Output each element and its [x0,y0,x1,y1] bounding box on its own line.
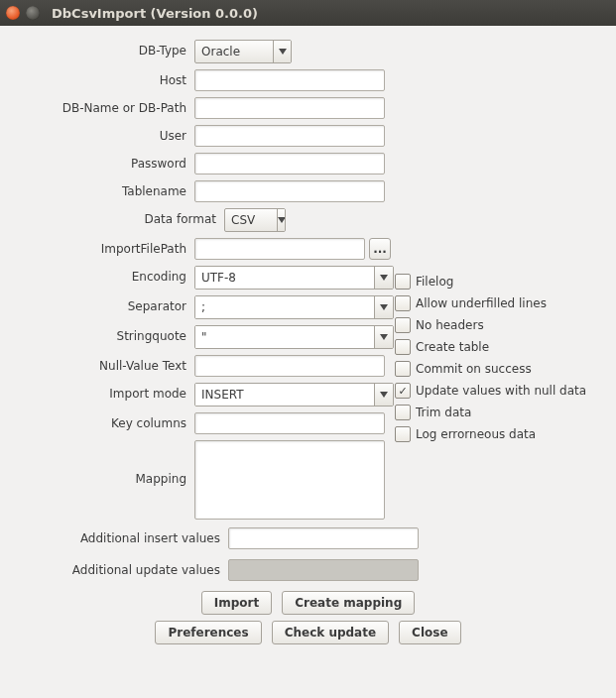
browse-button[interactable]: ... [369,238,391,260]
label-import-path: ImportFilePath [10,238,194,256]
label-user: User [10,125,194,143]
encoding-select[interactable]: UTF-8 [194,266,394,290]
window-title: DbCsvImport (Version 0.0.0) [52,6,258,21]
add-insert-input[interactable] [228,527,419,549]
check-commit-on-success[interactable]: Commit on success [395,361,586,377]
db-name-input[interactable] [194,97,385,119]
check-label: No headers [416,318,484,332]
chevron-down-icon [277,209,286,231]
check-update-null[interactable]: Update values with null data [395,383,586,399]
label-encoding: Encoding [10,266,194,284]
password-input[interactable] [194,153,385,174]
action-button-row-2: Preferences Check update Close [10,621,606,644]
check-label: Trim data [416,406,471,419]
label-password: Password [10,153,194,171]
label-data-format: Data format [10,208,224,226]
check-label: Allow underfilled lines [416,296,547,310]
checkbox-icon [395,295,411,311]
label-host: Host [10,69,194,87]
label-tablename: Tablename [10,180,194,198]
checkbox-icon [395,426,411,442]
close-button[interactable]: Close [399,621,460,644]
check-allow-underfilled[interactable]: Allow underfilled lines [395,295,586,311]
db-type-value: Oracle [195,41,273,62]
action-button-row-1: Import Create mapping [10,591,606,615]
chevron-down-icon [273,41,291,62]
check-filelog[interactable]: Filelog [395,274,586,290]
options-panel: Filelog Allow underfilled lines No heade… [395,274,586,442]
preferences-button[interactable]: Preferences [155,621,261,644]
check-label: Filelog [416,275,453,289]
check-log-erroneous[interactable]: Log errorneous data [395,426,586,442]
checkbox-icon [395,339,411,355]
svg-marker-5 [380,392,388,398]
check-label: Update values with null data [416,384,586,398]
separator-select[interactable]: ; [194,295,394,319]
label-mapping: Mapping [10,440,194,486]
checkbox-icon [395,405,411,420]
mapping-textarea[interactable] [194,440,385,520]
label-add-update: Additional update values [10,559,228,577]
chevron-down-icon [374,296,393,318]
import-button[interactable]: Import [201,591,272,615]
chevron-down-icon [374,326,393,348]
form-area: DB-Type Oracle Host DB-Name or DB-Path U… [0,26,616,654]
svg-marker-0 [279,49,287,55]
window-titlebar: DbCsvImport (Version 0.0.0) [0,0,616,26]
stringquote-value: " [195,326,374,348]
checkbox-icon [395,317,411,333]
label-separator: Separator [10,295,194,313]
data-format-select[interactable]: CSV [224,208,286,232]
check-update-button[interactable]: Check update [272,621,389,644]
window-close-icon[interactable] [6,6,20,20]
db-type-select[interactable]: Oracle [194,40,292,63]
user-input[interactable] [194,125,385,147]
import-path-input[interactable] [194,238,365,260]
label-key-columns: Key columns [10,412,194,430]
svg-marker-2 [380,275,388,281]
data-format-value: CSV [225,209,277,231]
label-db-name: DB-Name or DB-Path [10,97,194,115]
chevron-down-icon [374,384,393,406]
checkbox-icon [395,361,411,377]
check-create-table[interactable]: Create table [395,339,586,355]
separator-value: ; [195,296,374,318]
add-update-input [228,559,419,581]
label-import-mode: Import mode [10,383,194,401]
import-mode-select[interactable]: INSERT [194,383,394,407]
stringquote-select[interactable]: " [194,325,394,349]
key-columns-input[interactable] [194,412,385,434]
label-add-insert: Additional insert values [10,527,228,545]
null-value-input[interactable] [194,355,385,377]
window-minimize-icon[interactable] [26,6,40,20]
label-null-value: Null-Value Text [10,355,194,373]
svg-marker-4 [380,334,388,340]
encoding-value: UTF-8 [195,267,374,289]
check-label: Log errorneous data [416,427,536,441]
svg-marker-1 [278,217,286,223]
create-mapping-button[interactable]: Create mapping [282,591,415,615]
label-db-type: DB-Type [10,40,194,58]
svg-marker-3 [380,304,388,310]
checkbox-icon [395,383,411,399]
host-input[interactable] [194,69,385,91]
chevron-down-icon [374,267,393,289]
import-mode-value: INSERT [195,384,374,406]
check-label: Commit on success [416,362,532,376]
label-stringquote: Stringquote [10,325,194,343]
check-trim-data[interactable]: Trim data [395,405,586,420]
check-label: Create table [416,340,489,354]
check-no-headers[interactable]: No headers [395,317,586,333]
checkbox-icon [395,274,411,290]
tablename-input[interactable] [194,180,385,202]
